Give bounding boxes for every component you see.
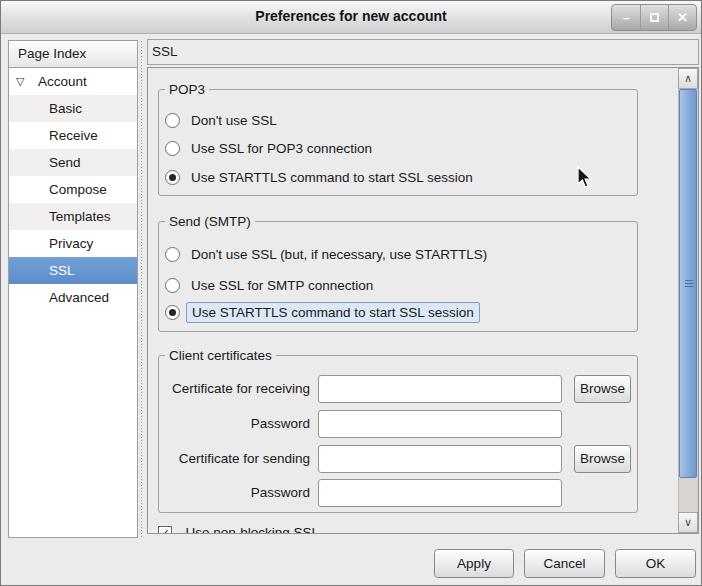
tree-item-templates[interactable]: Templates — [9, 203, 137, 230]
pop3-radio-use-ssl[interactable]: Use SSL for POP3 connection — [165, 137, 372, 160]
radio-label[interactable]: Use SSL for POP3 connection — [191, 141, 372, 156]
smtp-radio-starttls[interactable]: Use STARTTLS command to start SSL sessio… — [165, 301, 480, 324]
smtp-radio-dont-use-ssl[interactable]: Don't use SSL (but, if necessary, use ST… — [165, 243, 487, 266]
page-index-tree: ▽ Account Basic Receive Send Compose Tem… — [8, 67, 138, 538]
password-sending-label: Password — [159, 479, 310, 507]
scroll-down-button[interactable]: ∨ — [678, 512, 698, 533]
titlebar[interactable]: Preferences for new account – ✕ — [1, 1, 701, 34]
chevron-expanded-icon[interactable]: ▽ — [16, 68, 24, 95]
certificate-sending-row: Certificate for sending Browse — [159, 445, 637, 473]
minimize-button[interactable]: – — [612, 5, 640, 30]
scrollbar-grip-icon — [685, 280, 693, 288]
window-title: Preferences for new account — [1, 1, 701, 32]
radio-selected-icon[interactable] — [165, 305, 180, 320]
ok-button[interactable]: OK — [615, 549, 696, 578]
certificate-receiving-input[interactable] — [318, 375, 562, 403]
pop3-group-legend: POP3 — [165, 81, 209, 98]
radio-label[interactable]: Use SSL for SMTP connection — [191, 278, 373, 293]
certificate-receiving-label: Certificate for receiving — [159, 375, 310, 403]
apply-button[interactable]: Apply — [434, 549, 514, 578]
maximize-icon — [650, 13, 659, 22]
smtp-group: Send (SMTP) Don't use SSL (but, if neces… — [158, 221, 638, 332]
tree-item-privacy[interactable]: Privacy — [9, 230, 137, 257]
tree-item-receive[interactable]: Receive — [9, 122, 137, 149]
browse-sending-button[interactable]: Browse — [574, 445, 631, 473]
vertical-scrollbar: ∧ ∨ — [678, 68, 698, 533]
radio-selected-icon[interactable] — [165, 170, 180, 185]
tree-item-label: Receive — [49, 128, 98, 143]
tree-item-ssl[interactable]: SSL — [9, 257, 137, 284]
pane-resize-handle[interactable] — [140, 40, 143, 537]
client-certificates-legend: Client certificates — [165, 347, 276, 364]
password-sending-row: Password — [159, 479, 637, 507]
tree-item-send[interactable]: Send — [9, 149, 137, 176]
scroll-up-button[interactable]: ∧ — [678, 68, 698, 89]
radio-label-focused[interactable]: Use STARTTLS command to start SSL sessio… — [186, 302, 480, 323]
use-non-blocking-ssl-checkbox[interactable]: ✓ Use non-blocking SSL — [158, 525, 478, 533]
tree-item-label: Compose — [49, 182, 107, 197]
chevron-down-icon: ∨ — [684, 516, 692, 528]
radio-icon[interactable] — [165, 278, 180, 293]
tree-item-account[interactable]: ▽ Account — [9, 68, 137, 95]
page-title: SSL — [147, 39, 699, 65]
browse-receiving-button[interactable]: Browse — [574, 375, 631, 403]
close-button[interactable]: ✕ — [668, 5, 696, 30]
chevron-up-icon: ∧ — [684, 72, 692, 84]
tree-item-label: Templates — [49, 209, 111, 224]
tree-item-label: Advanced — [49, 290, 109, 305]
tree-item-compose[interactable]: Compose — [9, 176, 137, 203]
tree-item-label: Basic — [49, 101, 82, 116]
checkbox-checked-icon[interactable]: ✓ — [158, 526, 172, 533]
radio-label[interactable]: Don't use SSL (but, if necessary, use ST… — [191, 247, 487, 262]
pop3-group: POP3 Don't use SSL Use SSL for POP3 conn… — [158, 89, 638, 196]
cancel-button[interactable]: Cancel — [524, 549, 605, 578]
tree-item-label: SSL — [49, 263, 75, 278]
settings-scroll-area: POP3 Don't use SSL Use SSL for POP3 conn… — [147, 67, 699, 534]
tree-item-basic[interactable]: Basic — [9, 95, 137, 122]
scrollbar-thumb[interactable] — [679, 89, 697, 478]
tree-item-label: Send — [49, 155, 81, 170]
radio-icon[interactable] — [165, 247, 180, 262]
certificate-sending-input[interactable] — [318, 445, 562, 473]
page-index-header[interactable]: Page Index — [8, 40, 138, 68]
smtp-radio-use-ssl[interactable]: Use SSL for SMTP connection — [165, 274, 373, 297]
certificate-sending-label: Certificate for sending — [159, 445, 310, 473]
maximize-button[interactable] — [640, 5, 668, 30]
preferences-dialog: Preferences for new account – ✕ Page Ind… — [0, 0, 702, 586]
password-receiving-input[interactable] — [318, 410, 562, 438]
client-certificates-group: Client certificates Certificate for rece… — [158, 355, 638, 513]
checkbox-label[interactable]: Use non-blocking SSL — [185, 525, 319, 533]
window-controls: – ✕ — [611, 4, 697, 31]
radio-icon[interactable] — [165, 113, 180, 128]
pop3-radio-dont-use-ssl[interactable]: Don't use SSL — [165, 109, 277, 132]
close-icon: ✕ — [677, 10, 688, 25]
password-receiving-row: Password — [159, 410, 637, 438]
pop3-radio-starttls[interactable]: Use STARTTLS command to start SSL sessio… — [165, 166, 473, 189]
minimize-icon: – — [622, 10, 629, 25]
tree-item-label: Privacy — [49, 236, 93, 251]
radio-label[interactable]: Don't use SSL — [191, 113, 277, 128]
smtp-group-legend: Send (SMTP) — [165, 213, 255, 230]
certificate-receiving-row: Certificate for receiving Browse — [159, 375, 637, 403]
password-sending-input[interactable] — [318, 479, 562, 507]
radio-label[interactable]: Use STARTTLS command to start SSL sessio… — [191, 170, 473, 185]
tree-item-advanced[interactable]: Advanced — [9, 284, 137, 311]
radio-icon[interactable] — [165, 141, 180, 156]
tree-item-label: Account — [38, 74, 87, 89]
password-receiving-label: Password — [159, 410, 310, 438]
